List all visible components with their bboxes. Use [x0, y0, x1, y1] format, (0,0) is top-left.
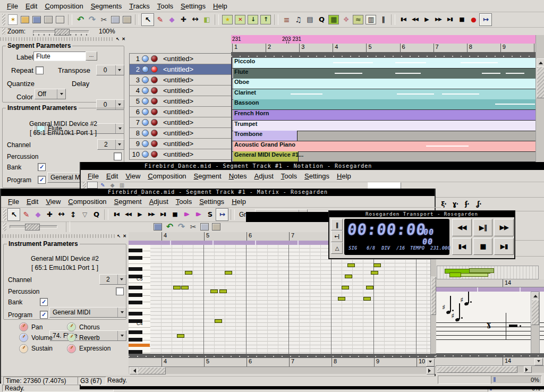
black-keys[interactable]: [129, 245, 142, 354]
menu-help[interactable]: Help: [228, 197, 250, 207]
loop-start-marker-button[interactable]: ▮▶: [181, 209, 192, 220]
scroll-up-icon[interactable]: [537, 58, 544, 67]
matrix-note[interactable]: [366, 286, 373, 289]
record-led-icon[interactable]: [151, 119, 158, 126]
scroll-right-icon[interactable]: [427, 367, 435, 374]
redo-icon[interactable]: ↷: [86, 14, 98, 25]
matrix-hscroll[interactable]: [129, 367, 436, 374]
filter-icon[interactable]: ▽: [79, 209, 90, 220]
menu-file[interactable]: File: [84, 171, 103, 181]
mute-led-icon[interactable]: [142, 76, 149, 83]
record-led-icon[interactable]: [151, 151, 158, 158]
matrix-note[interactable]: [345, 275, 352, 278]
menu-composition[interactable]: Composition: [64, 197, 110, 207]
menu-segment[interactable]: Segment: [110, 197, 146, 207]
menu-help[interactable]: Help: [333, 171, 355, 181]
move-track-up-icon[interactable]: ↑: [260, 15, 271, 24]
audio-mixer-icon[interactable]: ≈: [353, 15, 363, 24]
rewind-start-button[interactable]: ▮◀: [397, 14, 409, 25]
segment-label-input[interactable]: Flute: [33, 52, 88, 61]
solo-button[interactable]: S: [204, 209, 216, 220]
matrix-editor-icon[interactable]: ▦: [328, 15, 339, 24]
dock-float-icon[interactable]: ↖: [116, 233, 122, 239]
volume-knob[interactable]: [19, 333, 28, 342]
scroll-right-icon[interactable]: [524, 366, 532, 373]
matrix-note[interactable]: [363, 297, 371, 301]
scrollbar-thumb[interactable]: [437, 366, 517, 373]
record-led-icon[interactable]: [151, 98, 158, 105]
percussion-checkbox[interactable]: [114, 152, 122, 160]
menu-file[interactable]: File: [4, 197, 23, 207]
menu-segment[interactable]: Segment: [190, 171, 225, 181]
segment-block[interactable]: French Horn: [233, 110, 537, 120]
chorus-knob[interactable]: [67, 322, 76, 331]
menu-adjust[interactable]: Adjust: [251, 171, 277, 181]
program-checkbox[interactable]: ✓: [40, 311, 48, 319]
menu-composition[interactable]: Composition: [144, 171, 190, 181]
segment-block[interactable]: Piccolo: [233, 58, 537, 68]
ruler-dropdown-icon[interactable]: [426, 359, 435, 367]
thirtysecond-rest-icon[interactable]: ʆ·: [473, 198, 484, 210]
matrix-note[interactable]: [219, 289, 227, 293]
rewind-button[interactable]: ◀◀: [409, 14, 421, 25]
track-row[interactable]: 5<untitled>: [130, 96, 231, 107]
redo-icon[interactable]: ↷: [175, 221, 187, 233]
segment-canvas-scrollbar[interactable]: [536, 35, 544, 162]
add-track-icon[interactable]: ★: [222, 15, 233, 24]
skip-back-button[interactable]: ←|: [331, 231, 343, 242]
segment-block[interactable]: Trombone: [233, 131, 298, 141]
rewind-button[interactable]: ◀◀: [122, 209, 134, 220]
track-lane[interactable]: Piccolo: [232, 58, 537, 69]
copy-icon[interactable]: [199, 221, 210, 233]
dropdown-arrow-icon[interactable]: [57, 89, 65, 99]
matrix-grid[interactable]: [150, 245, 430, 354]
channel-combo[interactable]: 2: [99, 274, 126, 285]
play-button[interactable]: ▶: [421, 14, 432, 25]
menu-composition[interactable]: Composition: [41, 1, 87, 11]
matrix-note[interactable]: [177, 334, 184, 338]
score-scrollbar[interactable]: [531, 292, 540, 353]
track-lane[interactable]: Trumpet: [232, 121, 537, 131]
menu-edit[interactable]: Edit: [22, 1, 41, 11]
scroll-left-icon[interactable]: [130, 367, 138, 374]
track-row[interactable]: 7<untitled>: [130, 117, 231, 128]
matrix-note[interactable]: [342, 286, 349, 289]
fast-forward-button[interactable]: ▶▶: [494, 219, 514, 236]
forward-end-button[interactable]: ▶▮: [157, 209, 169, 220]
erase-tool-icon[interactable]: ◆: [107, 182, 117, 188]
scrollbar-thumb[interactable]: [431, 277, 436, 315]
toolbar-handle[interactable]: [3, 209, 6, 220]
notation-titlebar[interactable]: Firebird_Dance.mid - Segment Track #1 - …: [81, 162, 544, 170]
record-led-icon[interactable]: [151, 66, 158, 73]
draw-tool-icon[interactable]: ✎: [98, 182, 107, 188]
track-row[interactable]: 4<untitled>: [130, 86, 231, 96]
menu-view[interactable]: View: [42, 197, 64, 207]
menu-tracks[interactable]: Tracks: [125, 1, 154, 11]
rewind-start-button[interactable]: ▮◀: [110, 209, 122, 220]
split-tool-icon[interactable]: ◧: [201, 14, 212, 25]
transpose-combo[interactable]: 0: [96, 65, 124, 75]
matrix-zoom-thumb[interactable]: [25, 224, 40, 231]
eighth-rest-icon[interactable]: ɣ·: [449, 198, 461, 210]
loop-button[interactable]: ↦: [479, 13, 492, 26]
record-led-icon[interactable]: [151, 130, 158, 137]
dock-grip[interactable]: [0, 37, 114, 41]
metronome-toggle-button[interactable]: △: [331, 242, 343, 254]
track-lane[interactable]: Clarinet: [232, 89, 537, 100]
ruler-dropdown-icon[interactable]: [534, 358, 543, 365]
play-pause-button[interactable]: ▶‖: [473, 219, 493, 236]
dropdown-arrow-icon[interactable]: [117, 275, 126, 284]
undo-icon[interactable]: ↶: [74, 14, 86, 25]
track-lane[interactable]: French Horn: [232, 110, 537, 121]
dock-float-icon[interactable]: ↖: [115, 36, 121, 42]
mute-led-icon[interactable]: [142, 151, 149, 158]
track-row[interactable]: 2<untitled>: [130, 64, 231, 75]
zoom-slider[interactable]: [33, 30, 89, 33]
tempo-ruler[interactable]: 231 203 231: [231, 35, 536, 44]
select-tool-icon[interactable]: [87, 182, 98, 189]
record-button[interactable]: ●: [468, 14, 479, 25]
resize-tool-icon[interactable]: ↔: [55, 209, 67, 220]
open-folder-icon[interactable]: [19, 14, 31, 25]
matrix-zoom-slider[interactable]: [10, 225, 57, 228]
record-led-icon[interactable]: [151, 140, 158, 147]
